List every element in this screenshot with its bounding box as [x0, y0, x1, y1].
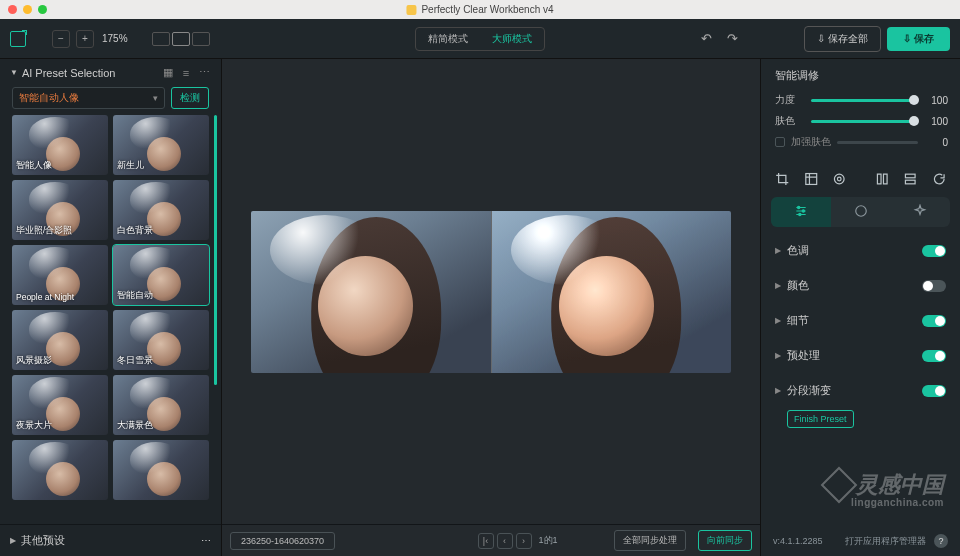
more-icon[interactable]: ⋯ [197, 66, 211, 79]
preset-thumb[interactable]: 新生儿 [113, 115, 209, 175]
collapse-icon: ▼ [10, 68, 18, 77]
help-icon[interactable]: ? [934, 534, 948, 548]
preset-thumb[interactable]: 智能自动 [113, 245, 209, 305]
strength-slider[interactable] [811, 99, 916, 102]
skin-slider[interactable] [811, 120, 916, 123]
filename-chip[interactable]: 236250-1640620370 [230, 532, 335, 550]
preset-scrollbar[interactable] [214, 115, 217, 385]
preset-thumb[interactable] [113, 440, 209, 500]
maximize-window-icon[interactable] [38, 5, 47, 14]
preset-grid-wrap: 智能人像新生儿毕业照/合影照白色背景People at Night智能自动风景摄… [0, 115, 221, 524]
sync-forward-button[interactable]: 向前同步 [698, 530, 752, 551]
preset-thumb[interactable]: 冬日雪景 [113, 310, 209, 370]
canvas-area[interactable] [222, 59, 760, 524]
prev-page-button[interactable]: ‹ [497, 533, 513, 549]
eye-icon[interactable] [832, 171, 847, 187]
preset-thumb[interactable]: 毕业照/合影照 [12, 180, 108, 240]
accordion-row[interactable]: ▶分段渐变 [761, 373, 960, 408]
flip-h-icon[interactable] [875, 171, 890, 187]
split-view-icon[interactable] [172, 32, 190, 46]
sync-all-button[interactable]: 全部同步处理 [614, 530, 686, 551]
accordion-row[interactable]: ▶细节 [761, 303, 960, 338]
zoom-out-button[interactable]: − [52, 30, 70, 48]
accordion-toggle[interactable] [922, 350, 946, 362]
toolbar: − + 175% 精简模式 大师模式 ↶ ↷ ⇩ 保存全部 ⇩ 保存 [0, 19, 960, 59]
tool-icon-row [761, 161, 960, 197]
preset-thumb[interactable] [12, 440, 108, 500]
expand-icon: ▶ [10, 536, 16, 545]
preset-thumb[interactable]: 风景摄影 [12, 310, 108, 370]
crop-icon[interactable] [775, 171, 790, 187]
svg-point-8 [855, 206, 866, 217]
after-image [492, 211, 732, 373]
accordion-row[interactable]: ▶色调 [761, 233, 960, 268]
preset-category-select[interactable]: 智能自动人像 [12, 87, 165, 109]
zoom-level[interactable]: 175% [102, 33, 128, 44]
right-footer: v:4.1.1.2285 打开应用程序管理器 ? [761, 528, 960, 556]
left-panel: ▼ AI Preset Selection ▦ ≡ ⋯ 智能自动人像 检测 智能… [0, 59, 222, 556]
straighten-icon[interactable] [804, 171, 819, 187]
mode-master[interactable]: 大师模式 [480, 28, 544, 50]
mode-switch: 精简模式 大师模式 [415, 27, 545, 51]
list-view-icon[interactable]: ≡ [179, 67, 193, 79]
skin-label: 肤色 [775, 114, 803, 128]
app-logo[interactable] [10, 31, 26, 47]
tab-effects[interactable] [890, 197, 950, 227]
close-window-icon[interactable] [8, 5, 17, 14]
app-icon [406, 5, 416, 15]
open-manager-link[interactable]: 打开应用程序管理器 [845, 535, 926, 548]
svg-point-6 [802, 210, 804, 212]
canvas-panel: 236250-1640620370 |‹ ‹ › 1的1 全部同步处理 向前同步 [222, 59, 760, 556]
preset-thumb[interactable]: People at Night [12, 245, 108, 305]
save-all-button[interactable]: ⇩ 保存全部 [804, 26, 881, 52]
main-area: ▼ AI Preset Selection ▦ ≡ ⋯ 智能自动人像 检测 智能… [0, 59, 960, 556]
right-title: 智能调修 [775, 68, 948, 83]
preset-thumb[interactable]: 白色背景 [113, 180, 209, 240]
accordion-label: 颜色 [787, 278, 922, 293]
mode-simple[interactable]: 精简模式 [416, 28, 480, 50]
preset-panel-header[interactable]: ▼ AI Preset Selection ▦ ≡ ⋯ [0, 59, 221, 83]
svg-rect-4 [905, 180, 915, 184]
preset-grid: 智能人像新生儿毕业照/合影照白色背景People at Night智能自动风景摄… [12, 115, 213, 500]
rotate-icon[interactable] [932, 171, 947, 187]
preset-label: 智能自动 [117, 290, 153, 302]
undo-button[interactable]: ↶ [696, 29, 716, 49]
single-view-icon[interactable] [152, 32, 170, 46]
zoom-in-button[interactable]: + [76, 30, 94, 48]
accordion-row[interactable]: ▶颜色 [761, 268, 960, 303]
minimize-window-icon[interactable] [23, 5, 32, 14]
next-page-button[interactable]: › [516, 533, 532, 549]
first-page-button[interactable]: |‹ [478, 533, 494, 549]
enhance-skin-checkbox[interactable] [775, 137, 785, 147]
preset-thumb[interactable]: 大满景色 [113, 375, 209, 435]
detect-button[interactable]: 检测 [171, 87, 209, 109]
chevron-right-icon: ▶ [775, 281, 781, 290]
version-label: v:4.1.1.2285 [773, 536, 823, 546]
more-icon[interactable]: ⋯ [201, 535, 211, 546]
accordion-row[interactable]: ▶预处理 [761, 338, 960, 373]
preset-thumb[interactable]: 智能人像 [12, 115, 108, 175]
tab-face[interactable] [831, 197, 891, 227]
accordion-toggle[interactable] [922, 385, 946, 397]
svg-point-5 [797, 206, 799, 208]
accordion-toggle[interactable] [922, 315, 946, 327]
accordion-list: ▶色调▶颜色▶细节▶预处理▶分段渐变 [761, 233, 960, 408]
other-presets-header[interactable]: ▶ 其他预设 ⋯ [0, 524, 221, 556]
pager: |‹ ‹ › 1的1 [478, 533, 558, 549]
adjust-tabs [771, 197, 950, 227]
enhance-skin-value: 0 [924, 137, 948, 148]
accordion-toggle[interactable] [922, 280, 946, 292]
grid-view-icon[interactable]: ▦ [161, 66, 175, 79]
right-panel: 智能调修 力度 100 肤色 100 加强肤色 0 [760, 59, 960, 556]
redo-button[interactable]: ↷ [722, 29, 742, 49]
save-button[interactable]: ⇩ 保存 [887, 27, 950, 51]
accordion-toggle[interactable] [922, 245, 946, 257]
accordion-label: 色调 [787, 243, 922, 258]
preset-label: 大满景色 [117, 420, 153, 432]
enhance-skin-row: 加强肤色 0 [775, 135, 948, 149]
finish-preset-chip[interactable]: Finish Preset [787, 410, 854, 428]
preset-thumb[interactable]: 夜景大片 [12, 375, 108, 435]
crop-view-icon[interactable] [192, 32, 210, 46]
flip-v-icon[interactable] [903, 171, 918, 187]
tab-sliders[interactable] [771, 197, 831, 227]
